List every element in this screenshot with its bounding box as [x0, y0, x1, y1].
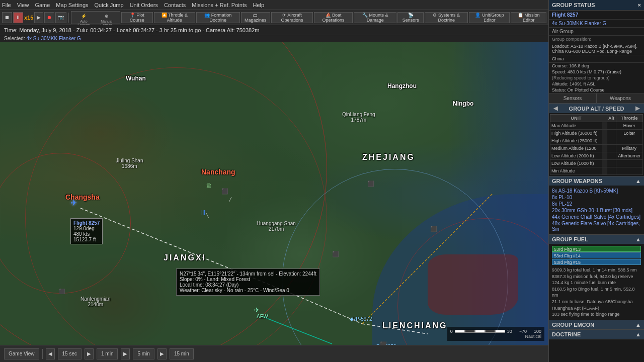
alt-row-36000[interactable]: High Altitude (36000 ft) Loiter [550, 130, 643, 137]
selected-bar: Selected: 4x Su-30MKK Flanker G [0, 35, 548, 42]
unit-type-link[interactable]: 4x Su-30MKK Flanker G [549, 20, 644, 28]
unit-nanchang[interactable]: 🏛 [206, 183, 211, 189]
manual-engage-btn[interactable]: ⊕ ManualEngage Target [95, 13, 118, 23]
sensors-btn[interactable]: 📡 Sensors [397, 12, 424, 23]
unit-marker-bottom[interactable]: ⬛ [59, 289, 65, 294]
magazines-btn[interactable]: 🗃 Magazines [241, 12, 270, 23]
country-info: China [549, 55, 644, 63]
prev-time-btn[interactable]: ◀ [46, 348, 55, 359]
weapons-tab[interactable]: Weapons [597, 94, 644, 103]
svg-line-6 [206, 213, 209, 218]
alt-col-header: UNIT [550, 115, 602, 122]
fuel-stat-3: 124.4 kg 1 minute fuel burn rate [552, 280, 641, 286]
menu-file[interactable]: File [2, 2, 11, 8]
time-5min-btn[interactable]: 5 min [133, 348, 154, 359]
camera-button[interactable]: 📷 [55, 12, 66, 23]
time-1min-btn[interactable]: 1 min [97, 348, 118, 359]
unit-marker-lienchiang[interactable]: ⬛ [380, 341, 387, 345]
alt-speed-header[interactable]: ◀ GROUP ALT / SPEED ▶ [549, 104, 644, 113]
plot-course-btn[interactable]: 📍 Plot Course [121, 12, 153, 23]
flight-info-panel: Flight 8257 129.0deg 480 kts 15123.7 ft [70, 218, 103, 244]
alt-header: Alt [607, 115, 616, 122]
time-15min-btn[interactable]: 15 min [170, 348, 194, 359]
alt-row-min[interactable]: Min Altitude [550, 167, 643, 175]
menu-map-settings[interactable]: Map Settings [56, 2, 88, 8]
military-option[interactable]: Military [616, 145, 642, 152]
flight-unit[interactable]: ✈ [70, 198, 77, 208]
auto-engage-btn[interactable]: ⚡ Auto EngageTarget [73, 13, 94, 23]
mounts-btn[interactable]: 🔧 Mounts & Damage [354, 12, 396, 23]
weapon-item-6[interactable]: 48x Generic Flare Salvo [4x Cartridges, … [552, 220, 641, 232]
fuel-bar-2: 53rd Fltg #14 [552, 252, 641, 258]
weapon-item-3[interactable]: 8x PL-12 [552, 201, 641, 207]
play-15sec-btn[interactable]: ▶ [85, 348, 94, 359]
scale-bar: 0 30~70100 Nautical [447, 327, 544, 341]
fuel-stat-6: Huanghua Apt (PLAAF) [552, 305, 641, 312]
unit-marker-1[interactable]: ⬛ [221, 188, 228, 195]
weapon-item-5[interactable]: 44x Generic Chaff Salvo [4x Cartridges] [552, 214, 641, 220]
weapons-collapse[interactable]: ▲ [635, 178, 641, 184]
weapon-item-4[interactable]: 20x 30mm GSh-30-1 Burst [30 mds] [552, 207, 641, 214]
emcon-collapse[interactable]: ▲ [635, 322, 641, 328]
altitude-info: Altitude: 14991 ft ASL [549, 81, 644, 87]
aew-unit[interactable]: ✈ [254, 306, 260, 314]
toolbar: ⏹ ⏸ x15 ▶ ⏺ 📷 ⚡ Auto EngageTarget ⊕ Manu… [0, 10, 548, 25]
aircraft-ops-btn[interactable]: ✈ Aircraft Operations [271, 12, 313, 23]
systems-btn[interactable]: ⚙ Systems & Doctrine [425, 12, 468, 23]
menu-contacts[interactable]: Contacts [164, 2, 186, 8]
unit-marker-3[interactable]: ⬛ [332, 251, 339, 257]
mission-editor-btn[interactable]: 📋 Mission Editor [511, 12, 546, 23]
unit-marker-coast1[interactable]: ⬛ [430, 226, 437, 232]
bottom-toolbar: Game View ◀ 15 sec ▶ 1 min ▶ 5 min ▶ 15 … [0, 345, 548, 362]
play-button[interactable]: ▶ [34, 12, 43, 23]
game-view-btn[interactable]: Game View [4, 348, 39, 359]
alt-row-1000[interactable]: Low Altitude (1000 ft) [550, 160, 643, 167]
svg-line-5 [229, 197, 231, 202]
stop-button[interactable]: ⏹ [2, 12, 12, 23]
menu-help[interactable]: Help [253, 2, 264, 8]
fuel-stat-2: 8367.3 kg mission fuel, 942.0 kg reserve [552, 274, 641, 280]
panel-collapse-btn[interactable]: × [638, 2, 641, 8]
svg-line-0 [80, 208, 292, 294]
hover-option[interactable]: Hover [616, 122, 642, 130]
menu-unit-orders[interactable]: Unit Orders [130, 2, 158, 8]
alt-row-medium[interactable]: Medium Altitude (1200 Military [550, 145, 643, 152]
flight-name: Flight 8257 [549, 11, 644, 20]
menu-game[interactable]: Game [35, 2, 50, 8]
menu-missions[interactable]: Missions + Ref. Points [192, 2, 247, 8]
formation-btn[interactable]: 👥 Formation Doctrine [196, 12, 240, 23]
emcon-header[interactable]: GROUP EMCON ▲ [549, 320, 644, 329]
weapons-header[interactable]: GROUP WEAPONS ▲ [549, 176, 644, 186]
menu-view[interactable]: View [17, 2, 29, 8]
sensors-tab[interactable]: Sensors [549, 94, 597, 103]
throttle-btn[interactable]: 🔼 Throttle & Altitude [154, 12, 195, 23]
record-button[interactable]: ⏺ [44, 12, 54, 23]
play-5min-btn[interactable]: ▶ [157, 348, 167, 359]
loiter-option[interactable]: Loiter [616, 130, 642, 137]
unit-marker-2[interactable]: ||| [201, 210, 205, 215]
unit-editor-btn[interactable]: 👤 Unit/Group Editor [469, 12, 510, 23]
doctrine-header[interactable]: DOCTRINE ▲ [549, 330, 644, 339]
fuel-collapse[interactable]: ▲ [635, 236, 641, 242]
weapon-item-2[interactable]: 8x PL-10 [552, 194, 641, 201]
nav-right-arrow[interactable]: ▶ [634, 105, 641, 112]
nav-left-arrow[interactable]: ◀ [552, 105, 559, 112]
fuel-stat-1: 9309.3 kg total fuel, 1 hr 14 min, 588.5… [552, 267, 641, 274]
alt-row-max[interactable]: Max Altitude Hover [550, 122, 643, 130]
menu-quick-jump[interactable]: Quick Jump [95, 2, 124, 8]
svg-line-2 [362, 324, 428, 334]
alt-row-2000[interactable]: Low Altitude (2000 ft) Afterburner [550, 152, 643, 160]
menu-bar: File View Game Map Settings Quick Jump U… [0, 0, 548, 10]
boat-ops-btn[interactable]: ⛵ Boat Operations [314, 12, 353, 23]
alt-row-25000[interactable]: High Altitude (25000 ft) [550, 137, 643, 145]
unit-marker-rp1[interactable]: ◆ [350, 316, 354, 322]
doctrine-collapse[interactable]: ▲ [635, 331, 641, 337]
time-15sec-btn[interactable]: 15 sec [58, 348, 82, 359]
play-1min-btn[interactable]: ▶ [121, 348, 130, 359]
weapon-item-1[interactable]: 8x AS-18 Kazoo B [Kh-59MK] [552, 188, 641, 194]
unit-marker-coast2[interactable]: ⬛ [367, 180, 374, 187]
pause-button[interactable]: ⏸ [13, 12, 23, 23]
afterburner-option[interactable]: Afterburner [616, 152, 642, 160]
fuel-header[interactable]: GROUP FUEL ▲ [549, 235, 644, 244]
throttle-header: Throttle [616, 115, 642, 122]
